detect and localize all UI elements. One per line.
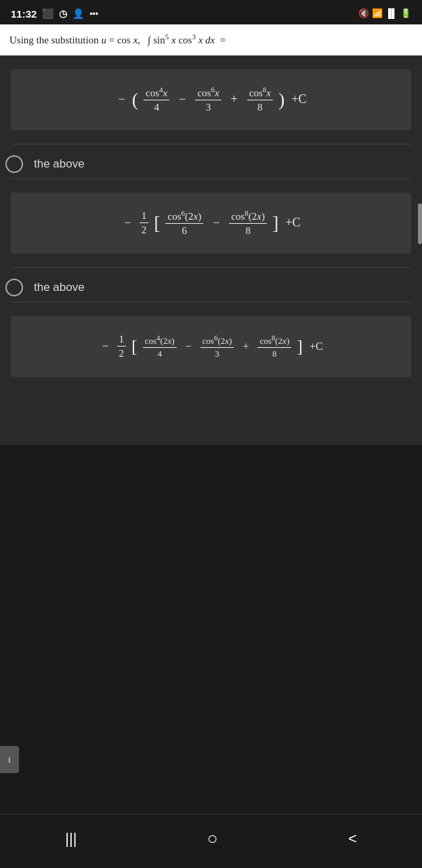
close-paren-1: ) <box>278 89 284 111</box>
option1-section: − ( cos4x 4 − cos6x 3 + cos8x 8 ) +C <box>0 56 422 144</box>
minus-sign-1: − <box>119 92 125 106</box>
back-button[interactable]: < <box>335 825 371 853</box>
bottom-spacer <box>0 391 422 445</box>
status-time: 11:32 ⬛ ◷ 👤 ••• <box>11 8 98 20</box>
option5-section: − 1 2 [ cos4(2x) 4 − cos6(2x) 3 + cos8(2… <box>0 302 422 391</box>
frac-cos4-2x-4: cos4(2x) 4 <box>143 334 177 359</box>
option2-label: the above <box>34 157 85 171</box>
dots-icon: ••• <box>89 9 98 18</box>
option4-label: the above <box>34 281 85 294</box>
status-right-icons: 🔇 📶 ▐▌ 🔋 <box>358 8 411 19</box>
formula2-box: − 1 2 [ cos6(2x) 6 − cos8(2x) 8 ] +C <box>11 193 411 254</box>
battery-icon: 🔋 <box>400 8 411 19</box>
main-content: − ( cos4x 4 − cos6x 3 + cos8x 8 ) +C <box>0 56 422 445</box>
plus-c-1: +C <box>291 92 306 106</box>
minus-half-sign: − <box>125 216 131 230</box>
wifi-icon: 📶 <box>372 8 383 19</box>
open-bracket-3: [ <box>131 336 138 357</box>
option2-radio[interactable]: the above <box>0 144 422 178</box>
menu-button[interactable]: ||| <box>51 825 90 853</box>
status-bar: 11:32 ⬛ ◷ 👤 ••• 🔇 📶 ▐▌ 🔋 <box>0 0 422 24</box>
formula3-expr: − 1 2 [ cos4(2x) 4 − cos6(2x) 3 + cos8(2… <box>99 333 322 359</box>
signal-icon: ▐▌ <box>385 8 398 19</box>
radio-button-2[interactable] <box>5 279 23 296</box>
minus-op-1: − <box>179 92 186 106</box>
person-icon: 👤 <box>72 8 84 19</box>
side-accessibility-button[interactable]: i <box>0 746 19 773</box>
mute-icon: 🔇 <box>358 8 369 19</box>
formula1-expr: − ( cos4x 4 − cos6x 3 + cos8x 8 ) +C <box>116 85 307 113</box>
option3-section: − 1 2 [ cos6(2x) 6 − cos8(2x) 8 ] +C <box>0 179 422 267</box>
open-paren-1: ( <box>132 89 138 111</box>
minus-op-2: − <box>213 216 219 230</box>
close-bracket-2: ] <box>272 212 278 234</box>
scroll-indicator[interactable] <box>418 203 422 244</box>
plus-op-1: + <box>231 92 238 106</box>
option4-radio[interactable]: the above <box>0 268 422 302</box>
close-bracket-3: ] <box>297 336 303 357</box>
frac-1-2-b: 1 2 <box>117 333 127 359</box>
frac-cos6-3: cos6x 3 <box>195 85 221 113</box>
screen-record-icon: ⬛ <box>42 8 54 19</box>
frac-1-2: 1 2 <box>140 210 149 236</box>
open-bracket-2: [ <box>154 212 160 234</box>
time-display: 11:32 <box>11 8 37 20</box>
plus-op-3: + <box>242 340 249 353</box>
formula1-box: − ( cos4x 4 − cos6x 3 + cos8x 8 ) +C <box>11 69 411 130</box>
frac-cos6-2x-3: cos6(2x) 3 <box>201 334 234 359</box>
formula3-box: − 1 2 [ cos4(2x) 4 − cos6(2x) 3 + cos8(2… <box>11 316 411 377</box>
minus-sign-3: − <box>102 339 108 353</box>
minus-op-3: − <box>186 340 192 353</box>
frac-cos4-4: cos4x 4 <box>144 85 169 113</box>
plus-c-3: +C <box>310 340 323 353</box>
radio-button-1[interactable] <box>5 155 23 173</box>
frac-cos6-2x-6: cos6(2x) 6 <box>165 209 203 237</box>
clock-icon: ◷ <box>59 8 67 19</box>
formula2-expr: − 1 2 [ cos6(2x) 6 − cos8(2x) 8 ] +C <box>122 209 301 237</box>
frac-cos8-2x-8b: cos8(2x) 8 <box>257 334 291 359</box>
home-button[interactable]: ○ <box>194 823 232 854</box>
frac-cos8-2x-8: cos8(2x) 8 <box>229 209 267 237</box>
frac-cos8-8: cos8x 8 <box>247 85 273 113</box>
plus-c-2: +C <box>285 216 300 230</box>
nav-bar: ||| ○ < <box>0 814 422 868</box>
question-header: Using the substitution u = cos x, ∫ sin5… <box>0 24 422 56</box>
